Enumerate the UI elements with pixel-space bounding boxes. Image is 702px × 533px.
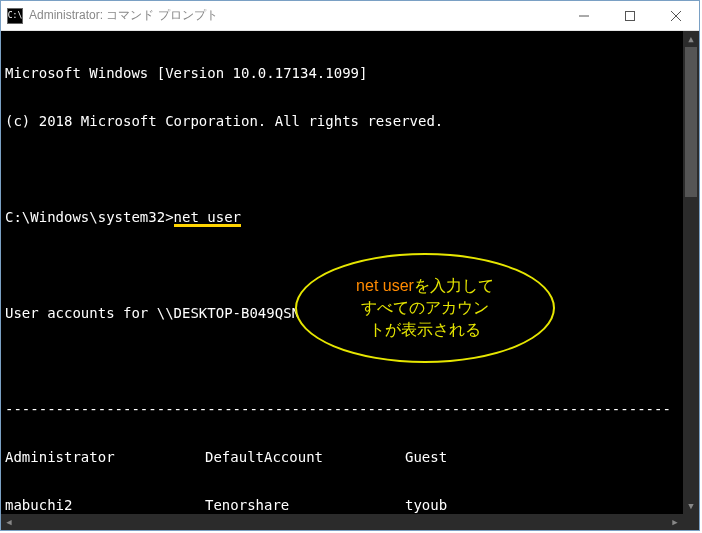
user-row: AdministratorDefaultAccountGuest <box>5 449 695 465</box>
typed-command: net user <box>174 209 241 225</box>
minimize-icon <box>579 11 589 21</box>
close-icon <box>671 11 681 21</box>
user-cell: Guest <box>405 449 605 465</box>
terminal-area[interactable]: Microsoft Windows [Version 10.0.17134.10… <box>1 31 699 530</box>
maximize-button[interactable] <box>607 1 653 31</box>
svg-rect-1 <box>626 11 635 20</box>
scroll-up-icon[interactable]: ▲ <box>683 31 699 47</box>
vertical-scrollbar[interactable]: ▲ ▼ <box>683 31 699 514</box>
scroll-right-icon[interactable]: ▶ <box>667 514 683 530</box>
scroll-down-icon[interactable]: ▼ <box>683 498 699 514</box>
divider-line: ----------------------------------------… <box>5 401 695 417</box>
annotation-command: net user <box>356 277 414 294</box>
close-button[interactable] <box>653 1 699 31</box>
maximize-icon <box>625 11 635 21</box>
annotation-text: を入力して <box>414 277 494 294</box>
copyright-line: (c) 2018 Microsoft Corporation. All righ… <box>5 113 695 129</box>
titlebar[interactable]: C:\ Administrator: コマンド プロンプト <box>1 1 699 31</box>
user-cell: Tenorshare <box>205 497 405 513</box>
user-row: mabuchi2Tenorsharetyoub <box>5 497 695 513</box>
annotation-text: すべてのアカウン <box>361 297 489 319</box>
horizontal-scrollbar[interactable]: ◀ ▶ <box>1 514 683 530</box>
cmd-window: C:\ Administrator: コマンド プロンプト Microsoft … <box>0 0 700 531</box>
annotation-callout: net userを入力して すべてのアカウン トが表示される <box>295 221 555 331</box>
app-icon: C:\ <box>7 8 23 24</box>
annotation-ellipse: net userを入力して すべてのアカウン トが表示される <box>295 253 555 363</box>
user-cell: DefaultAccount <box>205 449 405 465</box>
window-title: Administrator: コマンド プロンプト <box>29 7 218 24</box>
prompt-path: C:\Windows\system32> <box>5 209 174 225</box>
annotation-line: net userを入力して <box>356 275 494 297</box>
blank-line <box>5 161 695 177</box>
user-cell: tyoub <box>405 497 605 513</box>
scroll-left-icon[interactable]: ◀ <box>1 514 17 530</box>
user-cell: mabuchi2 <box>5 497 205 513</box>
minimize-button[interactable] <box>561 1 607 31</box>
user-cell: Administrator <box>5 449 205 465</box>
annotation-text: トが表示される <box>369 319 481 341</box>
version-line: Microsoft Windows [Version 10.0.17134.10… <box>5 65 695 81</box>
scrollbar-corner <box>683 514 699 530</box>
scroll-thumb[interactable] <box>685 47 697 197</box>
